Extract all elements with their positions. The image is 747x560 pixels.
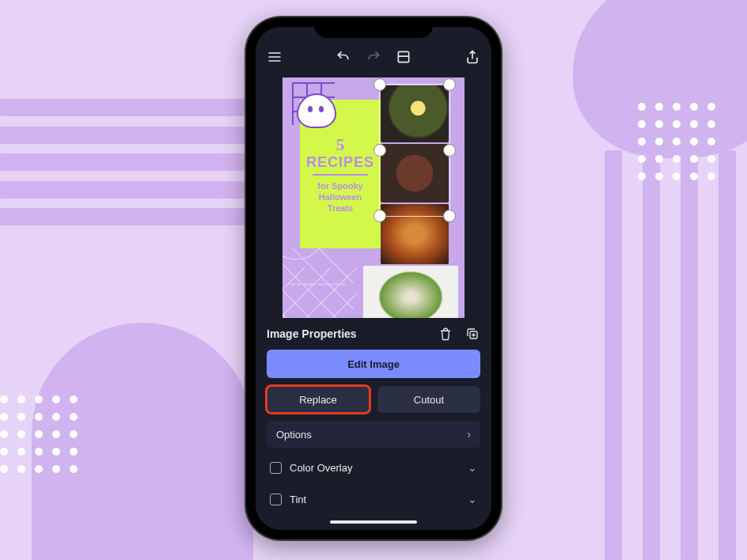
food-image-2[interactable]: [381, 144, 449, 202]
chevron-right-icon: ›: [467, 428, 471, 441]
headline-number: 5: [336, 134, 345, 155]
spiderweb-graphic: [282, 267, 357, 318]
food-image-4[interactable]: [363, 266, 458, 318]
cutout-button[interactable]: Cutout: [377, 386, 480, 413]
panel-header: Image Properties: [267, 326, 480, 342]
divider-line: [313, 174, 368, 176]
phone-frame: 5 RECIPES for Spooky Halloween Treats: [246, 17, 501, 539]
panel-title: Image Properties: [267, 327, 357, 340]
chevron-down-icon: ⌄: [468, 461, 477, 474]
properties-panel: Image Properties Edit Image Replace Cuto…: [256, 318, 491, 530]
tint-label: Tint: [290, 494, 460, 505]
chevron-down-icon: ⌄: [468, 493, 477, 505]
design-canvas[interactable]: 5 RECIPES for Spooky Halloween Treats: [282, 78, 465, 318]
undo-icon[interactable]: [336, 49, 351, 65]
trash-icon[interactable]: [438, 326, 453, 342]
color-overlay-label: Color Overlay: [290, 462, 460, 474]
bg-stripes-right: [605, 150, 747, 560]
color-overlay-row[interactable]: Color Overlay ⌄: [267, 456, 480, 479]
app-toolbar: [256, 40, 491, 74]
home-indicator: [330, 520, 417, 524]
options-row[interactable]: Options ›: [267, 421, 480, 448]
options-label: Options: [276, 429, 312, 441]
duplicate-icon[interactable]: [465, 326, 480, 342]
phone-screen: 5 RECIPES for Spooky Halloween Treats: [256, 27, 491, 530]
menu-icon[interactable]: [267, 49, 282, 65]
checkbox-icon[interactable]: [270, 494, 282, 505]
edit-image-button[interactable]: Edit Image: [267, 350, 480, 378]
layers-icon[interactable]: [396, 49, 411, 65]
food-image-1[interactable]: [381, 85, 449, 142]
checkbox-icon[interactable]: [270, 462, 282, 474]
bg-dots-left: [0, 395, 78, 473]
tint-row[interactable]: Tint ⌄: [267, 487, 480, 511]
bg-dots-right: [638, 103, 715, 180]
canvas-area[interactable]: 5 RECIPES for Spooky Halloween Treats: [256, 74, 491, 318]
redo-icon[interactable]: [366, 49, 381, 65]
replace-button[interactable]: Replace: [267, 386, 370, 413]
caption-candy: candy apples apples candy: [289, 282, 346, 286]
share-icon[interactable]: [465, 49, 480, 65]
food-image-3[interactable]: [381, 204, 449, 264]
ghost-graphic[interactable]: [289, 81, 336, 128]
food-column: [381, 85, 449, 318]
subtitle: for Spooky Halloween Treats: [317, 180, 362, 214]
headline-word: RECIPES: [306, 155, 374, 169]
